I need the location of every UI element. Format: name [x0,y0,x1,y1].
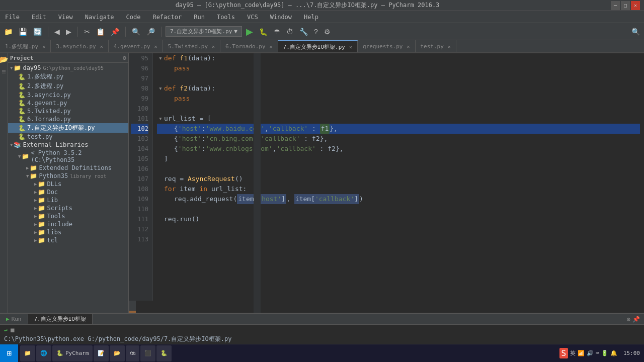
volume-icon[interactable]: 🔊 [587,350,594,356]
run-pin-icon[interactable]: 📌 [632,316,640,323]
fold-marker-101[interactable]: ▾ [157,114,164,124]
tools-button[interactable]: 🔧 [297,27,310,37]
network-icon[interactable]: 📶 [578,350,585,356]
sidebar-item-gevent[interactable]: 🐍 4.gevent.py [8,99,128,107]
sidebar-item-root[interactable]: ▼ 📁 day95 G:\python_code\day95 [8,64,128,72]
toolbar-replace-button[interactable]: 🔎 [144,27,157,37]
run-settings-icon[interactable]: ⚙ [627,316,630,323]
menu-run[interactable]: Run [191,13,208,22]
sidebar-item-asyncio[interactable]: 🐍 3.asyncio.py [8,91,128,99]
run-tab-async-io[interactable]: 7.自定义异步IO框架 [28,314,93,324]
sidebar-item-include[interactable]: ▶ 📁 include [8,220,128,228]
taskbar-item-browser[interactable]: 🌐 [36,345,51,361]
sogou-icon[interactable]: S [559,348,569,358]
menu-file[interactable]: File [2,13,23,22]
sidebar-item-lib[interactable]: ▶ 📁 Lib [8,196,128,204]
toolbar-forward-button[interactable]: ▶ [64,27,73,37]
code-editor[interactable]: 95 96 97 98 99 100 101 102 103 104 105 1… [129,53,644,313]
menu-vcs[interactable]: VCS [244,13,261,22]
structure-icon[interactable]: ≡ [2,67,6,75]
sidebar-item-multiprocess[interactable]: 🐍 2.多进程.py [8,81,128,91]
sidebar-item-extended-defs[interactable]: ▶ 📁 Extended Definitions [8,164,128,172]
sidebar-item-async-io[interactable]: 🐍 7.自定义异步IO框架.py [8,123,128,133]
menu-window[interactable]: Window [267,13,295,22]
sidebar-item-tcl[interactable]: ▶ 📁 tcl [8,236,128,244]
taskbar-item-cmd[interactable]: ⬛ [140,345,155,361]
fold-marker-95[interactable]: ▾ [157,53,164,63]
tab-async-io[interactable]: 7.自定义异步IO框架.py ✕ [278,40,358,52]
tab-test-close[interactable]: ✕ [448,44,451,49]
sidebar-item-scripts[interactable]: ▶ 📁 Scripts [8,204,128,212]
taskbar-item-python[interactable]: 🐍 [156,345,172,361]
sidebar-item-libs[interactable]: ▶ 📁 libs [8,228,128,236]
tab-multithread[interactable]: 1.多线程.py ✕ [0,40,51,52]
tab-test[interactable]: test.py ✕ [416,40,456,52]
tab-tornado-close[interactable]: ✕ [270,44,273,49]
tab-twisted[interactable]: 5.Twisted.py ✕ [163,40,221,52]
tab-grequests-close[interactable]: ✕ [407,44,410,49]
tab-tornado[interactable]: 6.Tornado.py ✕ [220,40,278,52]
window-controls[interactable]: ─ □ ✕ [611,1,640,10]
profile-button[interactable]: ⏱ [284,27,295,37]
tab-twisted-close[interactable]: ✕ [212,44,215,49]
sidebar-item-test[interactable]: 🐍 test.py [8,133,128,141]
sidebar-item-tornado[interactable]: 🐍 6.Tornado.py [8,115,128,123]
toolbar-search-everywhere-button[interactable]: 🔍 [629,27,642,37]
taskbar-item-pycharm[interactable]: 🐍 PyCharm [52,345,93,361]
taskbar-item-explorer[interactable]: 📁 [20,345,35,361]
sidebar-gear-icon[interactable]: ⚙ [123,54,126,61]
taskbar-item-word[interactable]: 📝 [94,345,109,361]
tab-grequests[interactable]: grequests.py ✕ [358,40,416,52]
menu-refactor[interactable]: Refactor [149,13,185,22]
stop-button[interactable]: ⏹ [10,327,16,334]
toolbar-sync-button[interactable]: 🔄 [31,27,44,37]
menu-help[interactable]: Help [301,13,321,22]
toolbar-paste-button[interactable]: 📌 [109,27,121,37]
tab-gevent[interactable]: 4.gevent.py ✕ [109,40,163,52]
tab-multithread-close[interactable]: ✕ [42,44,45,49]
menu-code[interactable]: Code [123,13,144,22]
close-button[interactable]: ✕ [631,1,640,10]
fold-marker-98[interactable]: ▾ [157,83,164,94]
help-button[interactable]: ? [312,27,320,37]
toolbar-search-button[interactable]: 🔍 [130,27,142,37]
tab-asyncio[interactable]: 3.asyncio.py ✕ [51,40,109,52]
project-icon[interactable]: 📂 [0,55,8,63]
tab-asyncio-close[interactable]: ✕ [100,44,103,49]
sidebar-item-python35[interactable]: ▼ 📁 Python35 library root [8,172,128,180]
toolbar-cut-button[interactable]: ✂ [82,27,92,37]
sidebar-item-python[interactable]: ▼ 📁 < Python 3.5.2 (C:\Python35 [8,149,128,164]
settings-button[interactable]: ⚙ [322,27,333,37]
rerun-button[interactable]: ↩ [4,327,8,334]
toolbar-back-button[interactable]: ◀ [52,27,62,37]
tab-gevent-close[interactable]: ✕ [154,44,157,49]
menu-navigate[interactable]: Navigate [82,13,117,22]
run-config-dropdown[interactable]: 7.自定义异步IO框架.py ▼ [166,26,242,37]
taskbar-item-store[interactable]: 🛍 [126,345,139,361]
coverage-button[interactable]: ☂ [272,27,282,37]
keyboard-icon[interactable]: ⌨ [596,350,599,356]
run-tab-run[interactable]: ▶ Run [0,315,28,323]
menu-view[interactable]: View [55,13,76,22]
tab-async-io-close[interactable]: ✕ [349,44,352,50]
toolbar-copy-button[interactable]: 📋 [94,27,107,37]
sidebar-item-doc[interactable]: ▶ 📁 Doc [8,188,128,196]
sidebar-item-multithread[interactable]: 🐍 1.多线程.py [8,72,128,81]
debug-button[interactable]: 🐛 [257,27,270,37]
taskbar-item-files[interactable]: 📂 [110,345,125,361]
menu-edit[interactable]: Edit [29,13,49,22]
menu-tools[interactable]: Tools [214,13,238,22]
start-button[interactable]: ⊞ [0,344,18,363]
toolbar-project-button[interactable]: 📁 [2,27,15,37]
sidebar-item-twisted[interactable]: 🐍 5.Twisted.py [8,107,128,115]
sidebar-item-tools[interactable]: ▶ 📁 Tools [8,212,128,220]
lang-icon[interactable]: 英 [570,349,576,357]
maximize-button[interactable]: □ [621,1,630,10]
minimize-button[interactable]: ─ [611,1,620,10]
notifications-icon[interactable]: 🔔 [610,350,617,356]
battery-icon[interactable]: 🔋 [601,350,608,356]
sidebar-item-dlls[interactable]: ▶ 📁 DLLs [8,180,128,188]
run-button[interactable]: ▶ [244,25,255,38]
toolbar-save-button[interactable]: 💾 [17,27,29,37]
code-lines[interactable]: ▾ def f1(data): pass ▾ def f2(data): pas… [153,53,644,301]
